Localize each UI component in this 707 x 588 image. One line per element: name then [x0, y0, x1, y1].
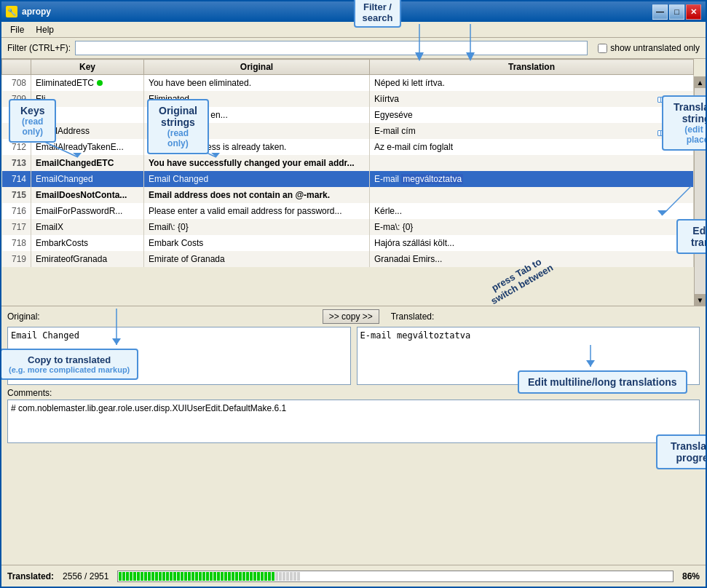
- row-translation[interactable]: [370, 155, 694, 171]
- row-id: 710: [2, 107, 31, 123]
- progress-segment: [173, 572, 176, 581]
- table-row[interactable]: 711EmailAddressEmail AddressE-mail cím: [2, 123, 694, 139]
- progress-segment: [184, 572, 187, 581]
- window-title: apropy: [22, 7, 51, 17]
- progress-segment: [283, 572, 285, 581]
- col-header-id: [2, 60, 31, 75]
- row-original: ...by1 Eliminate en...: [144, 107, 370, 123]
- row-translation[interactable]: Néped ki lett írtva.: [370, 75, 694, 91]
- show-untranslated-label: show untranslated only: [610, 43, 700, 53]
- comments-section: Comments: # com.noblemaster.lib.gear.rol…: [7, 388, 700, 443]
- filter-bar: Filter (CTRL+F): show untranslated only …: [1, 38, 706, 59]
- menu-file[interactable]: File: [4, 23, 30, 36]
- row-translation[interactable]: Granadai Emirs...: [370, 251, 694, 267]
- status-bar: Translated: 2556 / 2951 86%: [1, 565, 706, 587]
- table-row[interactable]: 719EmirateofGranadaEmirate of GranadaGra…: [2, 251, 694, 267]
- table-row[interactable]: 714EmailChangedEmail ChangedE-mail megvá…: [2, 171, 694, 187]
- row-key: EmailForPasswordR...: [31, 203, 144, 219]
- close-button[interactable]: ✕: [686, 4, 701, 20]
- row-id: 718: [2, 235, 31, 251]
- progress-segment: [221, 572, 224, 581]
- row-translation[interactable]: E-mail cím: [370, 123, 694, 139]
- progress-segment: [290, 572, 293, 581]
- main-content: Key Original Translation 708EliminatedET…: [1, 59, 706, 565]
- title-bar: 🔧 apropy — □ ✕: [1, 1, 706, 22]
- row-translation[interactable]: Az e-mail cím foglalt: [370, 139, 694, 155]
- progress-segment: [144, 572, 147, 581]
- row-key: EmailX: [31, 219, 144, 235]
- progress-segment: [188, 572, 191, 581]
- row-translation[interactable]: Egyeséve: [370, 107, 694, 123]
- row-id: 716: [2, 203, 31, 219]
- row-id: 708: [2, 75, 31, 91]
- progress-bar: [117, 571, 674, 582]
- row-translation[interactable]: E-mail megváltoztatva: [370, 171, 694, 187]
- translated-textarea[interactable]: [357, 327, 700, 385]
- row-original: You have successfully changed your email…: [144, 155, 370, 171]
- row-original: Email Address: [144, 123, 370, 139]
- row-translation[interactable]: Kiírtva: [370, 91, 694, 107]
- app-icon: 🔧: [6, 6, 17, 17]
- row-original: Email\: {0}: [144, 219, 370, 235]
- main-window: 🔧 apropy — □ ✕ File Help Filter (CTRL+F)…: [0, 0, 707, 588]
- row-translation[interactable]: [370, 187, 694, 203]
- scrollbar-thumb[interactable]: [695, 103, 706, 132]
- orig-trans-row: Original: >> copy >> Translated:: [7, 309, 700, 324]
- row-id: 709: [2, 91, 31, 107]
- row-id: 712: [2, 139, 31, 155]
- row-key: EmailChanged: [31, 171, 144, 187]
- table-row[interactable]: 715EmailDoesNotConta...Email address doe…: [2, 187, 694, 203]
- table-row[interactable]: 710Eli......by1 Eliminate en...Egyeséve: [2, 107, 694, 123]
- progress-segment: [191, 572, 194, 581]
- progress-segment: [275, 572, 278, 581]
- progress-segment: [159, 572, 162, 581]
- progress-segment: [206, 572, 209, 581]
- row-translation[interactable]: Hajóra szállási költ...: [370, 235, 694, 251]
- original-textarea[interactable]: [7, 327, 351, 385]
- progress-segment: [239, 572, 242, 581]
- row-id: 717: [2, 219, 31, 235]
- col-header-key: Key: [31, 60, 144, 75]
- progress-segment: [130, 572, 133, 581]
- row-original: Email address does not contain an @-mark…: [144, 187, 370, 203]
- comments-box: # com.noblemaster.lib.gear.role.user.dis…: [7, 400, 700, 443]
- status-counts: 2556 / 2951: [63, 571, 108, 581]
- table-row[interactable]: 712EmailAlreadyTakenE...The email addres…: [2, 139, 694, 155]
- row-translation[interactable]: Kérle...: [370, 203, 694, 219]
- bottom-area: Original: >> copy >> Translated: Copy to…: [1, 306, 706, 565]
- table-row[interactable]: 717EmailXEmail\: {0}E-ma\: {0}: [2, 219, 694, 235]
- row-id: 715: [2, 187, 31, 203]
- row-original: Eliminated: [144, 91, 370, 107]
- table-row[interactable]: 709Eli...EliminatedKiírtva: [2, 91, 694, 107]
- row-original: Email Changed: [144, 171, 370, 187]
- minimize-button[interactable]: —: [652, 4, 668, 20]
- progress-segment: [242, 572, 245, 581]
- row-original: You have been eliminated.: [144, 75, 370, 91]
- status-translated-label: Translated:: [7, 571, 54, 581]
- show-untranslated-checkbox[interactable]: [598, 44, 607, 53]
- filter-input[interactable]: [75, 41, 588, 55]
- table-row[interactable]: 716EmailForPasswordR...Please enter a va…: [2, 203, 694, 219]
- table-scrollbar[interactable]: ▲ ▼: [694, 76, 706, 306]
- table-row[interactable]: 713EmailChangedETCYou have successfully …: [2, 155, 694, 171]
- row-translation[interactable]: E-ma\: {0}: [370, 219, 694, 235]
- row-id: 713: [2, 155, 31, 171]
- table-row[interactable]: 718EmbarkCostsEmbark CostsHajóra szállás…: [2, 235, 694, 251]
- progress-segment: [232, 572, 234, 581]
- copy-button[interactable]: >> copy >>: [323, 309, 379, 324]
- menu-help[interactable]: Help: [30, 23, 60, 36]
- progress-segment: [279, 572, 282, 581]
- progress-segment: [253, 572, 256, 581]
- progress-segment: [213, 572, 216, 581]
- progress-segment: [235, 572, 238, 581]
- row-original: Embark Costs: [144, 235, 370, 251]
- progress-segment: [119, 572, 122, 581]
- table-row[interactable]: 708EliminatedETCYou have been eliminated…: [2, 75, 694, 91]
- text-areas-row: Copy to translated (e.g. more complicate…: [7, 327, 700, 385]
- show-untranslated-container: show untranslated only: [598, 43, 700, 53]
- progress-segment: [122, 572, 125, 581]
- progress-segment: [202, 572, 205, 581]
- progress-segment: [268, 572, 271, 581]
- original-row-label: Original:: [7, 311, 51, 322]
- maximize-button[interactable]: □: [669, 4, 684, 20]
